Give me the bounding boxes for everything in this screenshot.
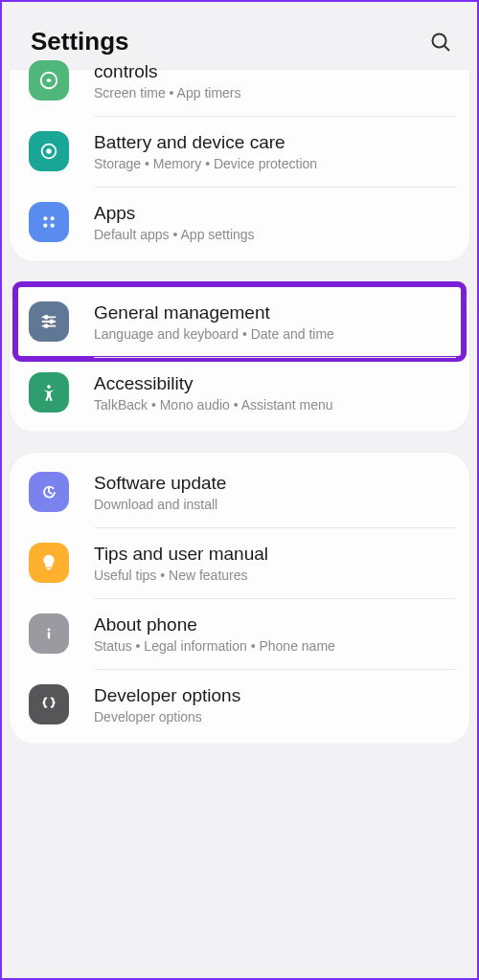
svg-point-8 — [51, 224, 55, 228]
item-texts: Accessibility TalkBack • Mono audio • As… — [94, 373, 452, 412]
item-texts: General management Language and keyboard… — [94, 302, 452, 342]
settings-group: General management Language and keyboard… — [10, 282, 469, 432]
svg-point-6 — [51, 216, 55, 220]
settings-item-software-update[interactable]: Software update Download and install — [10, 457, 469, 527]
item-title: Tips and user manual — [94, 544, 452, 565]
item-title: Developer options — [94, 685, 452, 706]
svg-point-12 — [50, 321, 53, 323]
item-texts: Software update Download and install — [94, 473, 452, 512]
item-texts: controls Screen time • App timers — [94, 61, 452, 100]
info-icon — [29, 613, 69, 654]
item-texts: Battery and device care Storage • Memory… — [94, 132, 452, 171]
accessibility-icon — [29, 372, 69, 412]
settings-item-general-management[interactable]: General management Language and keyboard… — [17, 286, 462, 357]
item-subtitle: Default apps • App settings — [94, 227, 452, 242]
svg-point-5 — [43, 216, 47, 220]
settings-item-controls[interactable]: controls Screen time • App timers — [10, 45, 469, 116]
settings-group: controls Screen time • App timers Batter… — [10, 70, 469, 261]
item-texts: Developer options Developer options — [94, 685, 452, 724]
svg-rect-19 — [48, 632, 50, 638]
item-subtitle: Useful tips • New features — [94, 568, 452, 583]
item-title: controls — [94, 61, 452, 82]
item-title: Battery and device care — [94, 132, 452, 153]
svg-point-15 — [47, 385, 51, 389]
settings-item-developer-options[interactable]: Developer options Developer options — [10, 669, 469, 740]
item-title: General management — [94, 302, 452, 323]
settings-group: Software update Download and install Tip… — [10, 453, 469, 744]
item-subtitle: Status • Legal information • Phone name — [94, 638, 452, 654]
item-texts: Tips and user manual Useful tips • New f… — [94, 544, 452, 583]
item-subtitle: Download and install — [94, 497, 452, 512]
lightbulb-icon — [29, 543, 69, 583]
item-subtitle: TalkBack • Mono audio • Assistant menu — [94, 397, 452, 412]
settings-item-about-phone[interactable]: About phone Status • Legal information •… — [10, 598, 469, 669]
settings-item-tips[interactable]: Tips and user manual Useful tips • New f… — [10, 527, 469, 598]
item-subtitle: Language and keyboard • Date and time — [94, 326, 452, 342]
item-title: Apps — [94, 203, 452, 224]
item-subtitle: Storage • Memory • Device protection — [94, 156, 452, 171]
svg-point-14 — [45, 324, 48, 327]
apps-icon — [29, 202, 69, 242]
settings-item-battery[interactable]: Battery and device care Storage • Memory… — [10, 116, 469, 187]
svg-point-7 — [43, 224, 47, 228]
item-subtitle: Screen time • App timers — [94, 85, 452, 100]
battery-care-icon — [29, 131, 69, 171]
sliders-icon — [29, 301, 69, 342]
item-texts: About phone Status • Legal information •… — [94, 614, 452, 654]
svg-rect-16 — [47, 568, 52, 570]
wellbeing-icon — [29, 60, 69, 100]
braces-icon — [29, 684, 69, 724]
svg-point-10 — [45, 316, 48, 319]
update-icon — [29, 472, 69, 512]
settings-item-apps[interactable]: Apps Default apps • App settings — [10, 187, 469, 257]
item-texts: Apps Default apps • App settings — [94, 203, 452, 242]
item-title: Accessibility — [94, 373, 452, 394]
settings-item-accessibility[interactable]: Accessibility TalkBack • Mono audio • As… — [10, 357, 469, 428]
item-subtitle: Developer options — [94, 709, 452, 724]
svg-point-18 — [48, 628, 51, 631]
svg-point-4 — [46, 148, 52, 154]
item-title: Software update — [94, 473, 452, 494]
item-title: About phone — [94, 614, 452, 635]
